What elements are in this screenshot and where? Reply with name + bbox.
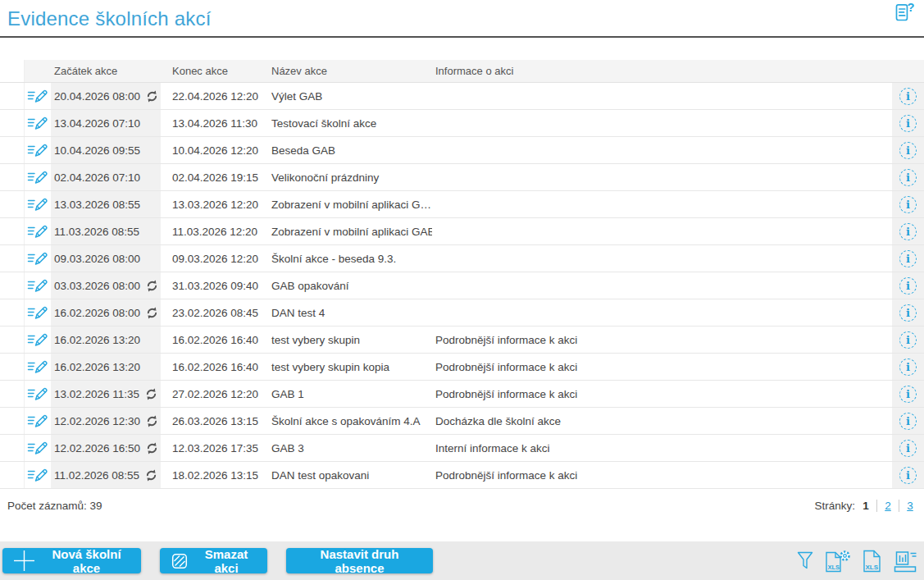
table-row[interactable]: 11.03.2026 08:55 11.03.2026 12:20 Zobraz… — [0, 218, 924, 245]
event-info: Podrobnější informace k akci — [435, 388, 577, 400]
table-row[interactable]: 20.04.2026 08:00 22.04.2026 12:20 Výlet … — [0, 83, 924, 110]
recurring-icon — [146, 442, 158, 454]
table-row[interactable]: 10.04.2026 09:55 10.04.2026 12:20 Beseda… — [0, 137, 924, 164]
table-row[interactable]: 11.02.2026 08:55 18.02.2026 13:15 DAN te… — [0, 462, 924, 489]
event-detail-info-icon[interactable]: i — [899, 88, 917, 105]
table-row[interactable]: 16.02.2026 13:20 16.02.2026 16:40 test v… — [0, 327, 924, 354]
set-absence-button[interactable]: Nastavit druh absence — [286, 548, 433, 573]
event-detail-info-icon[interactable]: i — [899, 169, 917, 186]
event-detail-info-icon[interactable]: i — [899, 223, 917, 240]
print-icon[interactable] — [893, 550, 917, 573]
event-detail-info-icon[interactable]: i — [899, 386, 917, 403]
table-row[interactable]: 13.04.2026 07:10 13.04.2026 11:30 Testov… — [0, 110, 924, 137]
recurring-icon — [146, 307, 158, 319]
event-end-date: 10.04.2026 12:20 — [172, 144, 258, 157]
edit-event-icon[interactable] — [27, 468, 48, 482]
edit-event-icon[interactable] — [27, 305, 48, 320]
table-row[interactable]: 13.02.2026 11:35 27.02.2026 12:20 GAB 1 … — [0, 381, 924, 408]
pages-label: Stránky: — [814, 500, 855, 512]
header-end[interactable]: Konec akce — [161, 65, 268, 77]
event-detail-info-icon[interactable]: i — [899, 359, 917, 376]
edit-event-icon[interactable] — [27, 116, 48, 130]
event-end-date: 16.02.2026 16:40 — [172, 334, 258, 346]
event-end-date: 11.03.2026 12:20 — [172, 226, 257, 238]
row-select-cell — [0, 110, 25, 136]
edit-event-icon[interactable] — [27, 89, 48, 103]
edit-event-icon[interactable] — [27, 359, 48, 374]
event-detail-info-icon[interactable]: i — [899, 250, 917, 267]
delete-event-label: Smazat akci — [197, 547, 256, 575]
page-link-2[interactable]: 2 — [884, 500, 892, 512]
xls-export-icon[interactable]: XLS — [863, 550, 881, 573]
event-start-date: 16.02.2026 13:20 — [54, 361, 140, 373]
event-detail-info-icon[interactable]: i — [899, 331, 917, 349]
table-row[interactable]: 16.02.2026 13:20 16.02.2026 16:40 test v… — [0, 354, 924, 381]
event-info: Podrobnější informace k akci — [435, 361, 577, 373]
event-detail-info-icon[interactable]: i — [899, 277, 917, 295]
edit-event-icon[interactable] — [27, 413, 48, 428]
edit-event-icon[interactable] — [27, 170, 48, 185]
event-start-date: 16.02.2026 13:20 — [54, 334, 140, 346]
table-row[interactable]: 12.02.2026 12:30 26.03.2026 13:15 Školní… — [0, 408, 924, 435]
table-footer: Počet záznamů: 39 Stránky: 1 2 3 — [0, 489, 924, 541]
filter-icon[interactable] — [797, 551, 813, 570]
delete-event-button[interactable]: Smazat akci — [160, 548, 267, 573]
event-detail-info-icon[interactable]: i — [899, 142, 917, 159]
edit-event-icon[interactable] — [27, 386, 48, 401]
table-row[interactable]: 12.02.2026 16:50 12.03.2026 17:35 GAB 3 … — [0, 435, 924, 462]
edit-event-icon[interactable] — [27, 441, 48, 455]
xls-export-settings-icon[interactable]: XLS — [825, 549, 851, 573]
edit-event-icon[interactable] — [27, 278, 48, 293]
event-end-date: 31.03.2026 09:40 — [172, 280, 258, 292]
event-start-date: 03.03.2026 08:00 — [54, 280, 140, 292]
edit-event-icon[interactable] — [27, 197, 48, 212]
event-detail-info-icon[interactable]: i — [899, 304, 917, 322]
header-select-column — [0, 60, 25, 82]
edit-event-icon[interactable] — [27, 251, 48, 266]
edit-event-icon[interactable] — [27, 332, 48, 347]
event-info: Podrobnější informace k akci — [435, 469, 577, 482]
delete-icon — [171, 553, 188, 569]
table-row[interactable]: 09.03.2026 08:00 09.03.2026 12:20 Školní… — [0, 245, 924, 272]
event-detail-info-icon[interactable]: i — [899, 413, 917, 430]
event-start-date: 13.04.2026 07:10 — [54, 117, 140, 130]
help-button[interactable]: ? — [892, 2, 915, 25]
header-info[interactable]: Informace o akci — [432, 65, 892, 77]
row-select-cell — [0, 381, 25, 407]
event-name: Školní akce - beseda 9.3. — [271, 253, 396, 265]
event-name: GAB 1 — [271, 388, 304, 400]
event-name: DAN test opakovani — [271, 469, 369, 482]
event-detail-info-icon[interactable]: i — [899, 196, 917, 213]
event-start-date: 12.02.2026 12:30 — [54, 415, 140, 427]
event-end-date: 16.02.2026 16:40 — [172, 361, 258, 373]
new-event-label: Nová školní akce — [43, 547, 130, 575]
edit-event-icon[interactable] — [27, 224, 48, 239]
recurring-icon — [146, 280, 158, 292]
event-name: Testovací školní akce — [271, 117, 376, 130]
event-detail-info-icon[interactable]: i — [899, 440, 917, 457]
event-end-date: 23.02.2026 08:45 — [172, 307, 258, 319]
edit-event-icon[interactable] — [27, 143, 48, 158]
table-row[interactable]: 03.03.2026 08:00 31.03.2026 09:40 GAB op… — [0, 272, 924, 299]
table-row[interactable]: 02.04.2026 07:10 02.04.2026 19:15 Veliko… — [0, 164, 924, 191]
page-header: Evidence školních akcí ? — [0, 0, 924, 38]
bottom-toolbar: Nová školní akce Smazat akci Nastavit dr… — [0, 541, 924, 580]
new-event-button[interactable]: Nová školní akce — [2, 548, 141, 573]
row-select-cell — [0, 272, 25, 299]
event-detail-info-icon[interactable]: i — [899, 115, 917, 132]
event-start-date: 12.02.2026 16:50 — [54, 442, 140, 454]
header-name[interactable]: Název akce — [268, 65, 432, 77]
event-name: test vybery skupin — [271, 334, 360, 346]
row-select-cell — [0, 299, 25, 326]
events-table: Začátek akce Konec akce Název akce Infor… — [0, 60, 924, 489]
table-row[interactable]: 16.02.2026 08:00 23.02.2026 08:45 DAN te… — [0, 299, 924, 327]
event-info: Interní informace k akci — [435, 442, 550, 454]
set-absence-label: Nastavit druh absence — [298, 547, 421, 575]
event-end-date: 13.03.2026 12:20 — [172, 199, 258, 211]
page-link-3[interactable]: 3 — [906, 500, 914, 512]
table-row[interactable]: 13.03.2026 08:55 13.03.2026 12:20 Zobraz… — [0, 191, 924, 218]
header-start[interactable]: Začátek akce — [51, 65, 161, 77]
row-select-cell — [0, 354, 25, 380]
table-header-row: Začátek akce Konec akce Název akce Infor… — [0, 60, 924, 83]
event-detail-info-icon[interactable]: i — [899, 467, 917, 484]
